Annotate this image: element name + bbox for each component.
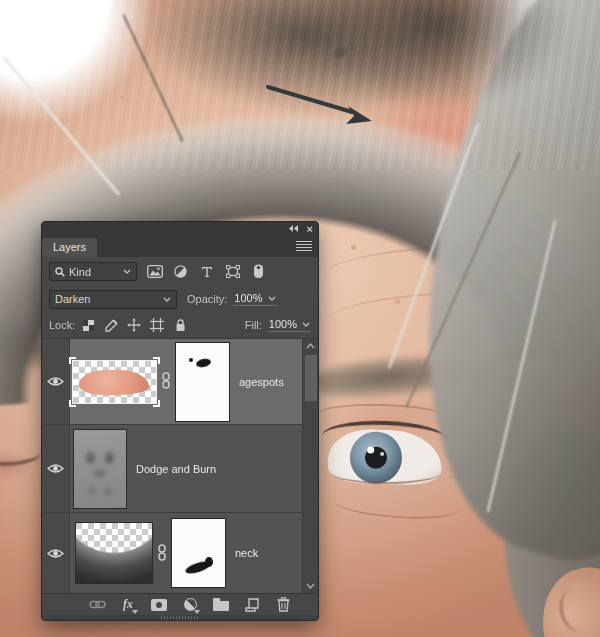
lock-artboard-nesting-icon[interactable] xyxy=(150,318,164,332)
layer-thumbnail[interactable] xyxy=(73,429,127,509)
filter-kind-label: Kind xyxy=(69,266,119,278)
delete-layer-icon[interactable] xyxy=(274,597,292,613)
opacity-value[interactable]: 100% xyxy=(233,292,276,306)
layer-mask-thumbnail[interactable] xyxy=(171,518,226,588)
smart-object-filter-icon[interactable] xyxy=(250,263,267,280)
layer-name[interactable]: neck xyxy=(235,547,258,559)
chevron-down-icon xyxy=(302,322,310,327)
lock-image-pixels-icon[interactable] xyxy=(104,318,118,332)
layer-row-agespots[interactable]: agespots xyxy=(42,339,318,425)
link-layers-icon[interactable] xyxy=(88,597,106,613)
layer-mask-thumbnail[interactable] xyxy=(175,342,230,422)
search-icon xyxy=(55,267,65,277)
add-layer-mask-icon[interactable] xyxy=(150,597,168,613)
scrollbar-thumb[interactable] xyxy=(305,355,317,401)
blend-mode-dropdown[interactable]: Darken xyxy=(49,290,177,309)
blend-mode-value: Darken xyxy=(55,293,159,305)
visibility-toggle[interactable] xyxy=(42,513,70,593)
lock-transparent-pixels-icon[interactable] xyxy=(81,318,95,332)
new-adjustment-layer-icon[interactable] xyxy=(181,597,199,613)
layers-list: agespots Dodge and Burn xyxy=(42,338,318,593)
resize-grip-icon xyxy=(161,616,199,619)
visibility-toggle[interactable] xyxy=(42,339,70,424)
fill-value[interactable]: 100% xyxy=(268,318,311,332)
scroll-up-icon[interactable] xyxy=(303,339,319,353)
lock-position-icon[interactable] xyxy=(127,318,141,332)
blend-mode-row: Darken Opacity: 100% xyxy=(42,286,318,312)
pixel-layer-filter-icon[interactable] xyxy=(146,263,163,280)
layer-style-fx-icon[interactable]: fx xyxy=(119,597,137,613)
chevron-down-icon xyxy=(268,296,276,301)
panel-titlebar: × xyxy=(42,222,318,235)
lock-row: Lock: Fill: 100% xyxy=(42,312,318,338)
layer-name[interactable]: Dodge and Burn xyxy=(136,463,216,475)
layer-thumbnail[interactable] xyxy=(72,360,157,404)
close-icon[interactable]: × xyxy=(307,224,313,234)
eye-icon xyxy=(47,548,64,559)
opacity-label: Opacity: xyxy=(187,293,227,305)
lower-lash-line xyxy=(332,462,440,484)
hair-strand-texture xyxy=(0,0,600,170)
fill-value-text: 100% xyxy=(269,318,297,330)
layer-thumbnail[interactable] xyxy=(75,522,153,584)
photoshop-canvas: × Layers Kind xyxy=(0,0,600,637)
layer-row-neck[interactable]: neck xyxy=(42,513,318,593)
chevron-down-icon xyxy=(123,269,131,274)
layer-filter-row: Kind xyxy=(42,257,318,286)
mask-link-icon[interactable] xyxy=(157,544,167,563)
layers-panel: × Layers Kind xyxy=(42,222,318,620)
agespots-patch-art xyxy=(79,370,149,395)
tab-layers[interactable]: Layers xyxy=(42,238,97,257)
new-group-icon[interactable] xyxy=(212,597,230,613)
shape-layer-filter-icon[interactable] xyxy=(224,263,241,280)
adjustment-layer-filter-icon[interactable] xyxy=(172,263,189,280)
panel-tabbar: Layers xyxy=(42,235,318,257)
layer-row-dodge-and-burn[interactable]: Dodge and Burn xyxy=(42,425,318,513)
layers-scrollbar[interactable] xyxy=(302,339,318,593)
chevron-down-icon xyxy=(163,297,171,302)
visibility-toggle[interactable] xyxy=(42,425,70,512)
eye-icon xyxy=(47,463,64,474)
panel-footer: fx xyxy=(42,593,318,615)
eye-icon xyxy=(47,376,64,387)
lock-all-icon[interactable] xyxy=(173,318,187,332)
new-layer-icon[interactable] xyxy=(243,597,261,613)
neck-art xyxy=(76,523,152,583)
fill-label: Fill: xyxy=(245,319,262,331)
mask-link-icon[interactable] xyxy=(161,372,171,391)
panel-menu-icon[interactable] xyxy=(296,241,312,252)
type-layer-filter-icon[interactable] xyxy=(198,263,215,280)
scroll-down-icon[interactable] xyxy=(303,579,319,593)
collapse-panel-icon[interactable] xyxy=(289,225,299,232)
panel-resize-strip[interactable] xyxy=(42,615,318,620)
opacity-value-text: 100% xyxy=(234,292,262,304)
layer-name[interactable]: agespots xyxy=(239,376,284,388)
lock-label: Lock: xyxy=(49,319,75,331)
filter-kind-dropdown[interactable]: Kind xyxy=(49,262,137,281)
